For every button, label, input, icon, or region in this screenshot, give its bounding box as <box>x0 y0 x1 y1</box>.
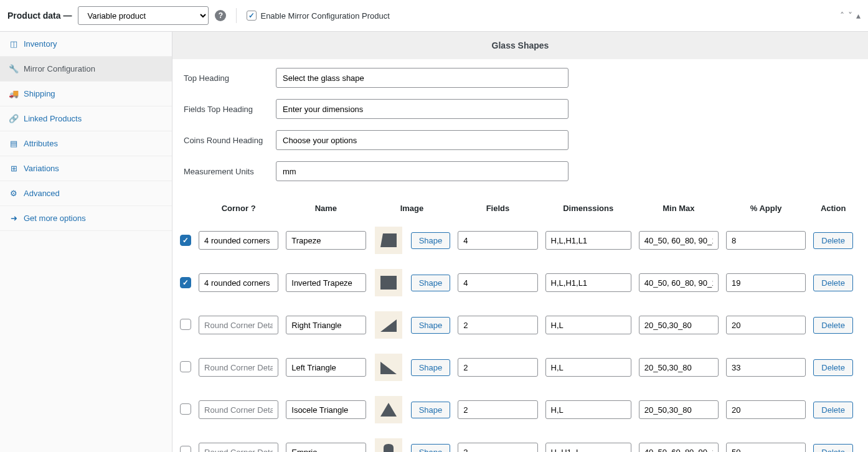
apply-input[interactable] <box>726 316 806 334</box>
apply-input[interactable] <box>726 400 806 419</box>
corner-input[interactable] <box>199 443 278 452</box>
minmax-input[interactable] <box>639 316 719 334</box>
corner-input[interactable] <box>199 273 278 292</box>
dimensions-input[interactable] <box>545 316 631 334</box>
sidebar-item-get-more-options[interactable]: ➜Get more options <box>0 206 172 231</box>
minmax-input[interactable] <box>639 358 719 377</box>
sidebar-item-attributes[interactable]: ▤Attributes <box>0 131 172 156</box>
shape-button[interactable]: Shape <box>411 232 451 249</box>
dimensions-input[interactable] <box>545 443 631 452</box>
sidebar-item-label: Get more options <box>24 214 86 223</box>
product-data-title: Product data — <box>7 11 72 21</box>
enable-mirror-config-checkbox[interactable]: Enable Mirror Configuration Product <box>247 11 389 21</box>
row-checkbox[interactable] <box>180 446 191 453</box>
sidebar-item-label: Linked Products <box>24 114 82 123</box>
row-checkbox[interactable] <box>180 319 191 330</box>
headings-form: Top Heading Fields Top Heading Coins Rou… <box>172 59 868 197</box>
th-apply: % Apply <box>722 197 809 219</box>
fields-input[interactable] <box>458 358 537 377</box>
product-type-select[interactable]: Variable product <box>78 6 209 25</box>
coins-round-heading-label: Coins Round Heading <box>184 136 276 145</box>
shape-thumbnail <box>375 396 402 423</box>
shapes-table: Cornor ? Name Image Fields Dimenssions M… <box>176 197 857 452</box>
minmax-input[interactable] <box>639 231 719 250</box>
delete-button[interactable]: Delete <box>813 444 853 453</box>
dimensions-input[interactable] <box>545 400 631 419</box>
sidebar-item-linked-products[interactable]: 🔗Linked Products <box>0 106 172 131</box>
sidebar-item-label: Shipping <box>24 89 55 98</box>
move-down-icon[interactable]: ˅ <box>848 11 852 21</box>
panel-title: Glass Shapes <box>172 32 868 59</box>
row-checkbox[interactable] <box>180 277 191 288</box>
top-heading-label: Top Heading <box>184 73 276 83</box>
apply-input[interactable] <box>726 443 806 452</box>
corner-input[interactable] <box>199 358 278 377</box>
shape-button[interactable]: Shape <box>411 402 451 418</box>
corner-input[interactable] <box>199 400 278 419</box>
svg-marker-0 <box>380 233 397 247</box>
row-checkbox[interactable] <box>180 403 191 415</box>
help-icon[interactable]: ? <box>215 10 226 21</box>
move-up-icon[interactable]: ˄ <box>840 11 844 21</box>
th-dimensions: Dimenssions <box>542 197 635 219</box>
delete-button[interactable]: Delete <box>813 232 853 249</box>
dimensions-input[interactable] <box>545 231 631 250</box>
row-checkbox[interactable] <box>180 361 191 372</box>
fields-input[interactable] <box>458 316 537 334</box>
delete-button[interactable]: Delete <box>813 359 853 376</box>
enable-mirror-label: Enable Mirror Configuration Product <box>260 11 389 21</box>
apply-input[interactable] <box>726 231 806 250</box>
fields-input[interactable] <box>458 400 537 419</box>
name-input[interactable] <box>286 273 366 292</box>
divider <box>236 8 237 23</box>
collapse-icon[interactable]: ▴ <box>856 11 861 21</box>
sidebar-item-advanced[interactable]: ⚙Advanced <box>0 181 172 206</box>
th-corner: Cornor ? <box>195 197 282 219</box>
th-image: Image <box>370 197 455 219</box>
minmax-input[interactable] <box>639 273 719 292</box>
shape-thumbnail <box>375 269 402 296</box>
sidebar-item-shipping[interactable]: 🚚Shipping <box>0 82 172 106</box>
sidebar-icon: ➜ <box>9 214 19 223</box>
shape-button[interactable]: Shape <box>411 275 451 291</box>
delete-button[interactable]: Delete <box>813 402 853 418</box>
fields-input[interactable] <box>458 231 537 250</box>
measurement-units-input[interactable] <box>276 161 568 181</box>
fields-top-heading-input[interactable] <box>276 99 568 119</box>
name-input[interactable] <box>286 443 366 452</box>
shape-button[interactable]: Shape <box>411 359 451 376</box>
th-name: Name <box>282 197 369 219</box>
top-heading-input[interactable] <box>276 68 568 88</box>
name-input[interactable] <box>286 231 366 250</box>
minmax-input[interactable] <box>639 443 719 452</box>
shape-button[interactable]: Shape <box>411 317 451 334</box>
sidebar-item-label: Inventory <box>24 39 57 49</box>
sidebar-item-variations[interactable]: ⊞Variations <box>0 156 172 181</box>
sidebar-icon: 🚚 <box>9 89 19 98</box>
name-input[interactable] <box>286 316 366 334</box>
shape-button[interactable]: Shape <box>411 444 451 453</box>
delete-button[interactable]: Delete <box>813 275 853 291</box>
apply-input[interactable] <box>726 358 806 377</box>
corner-input[interactable] <box>199 231 278 250</box>
apply-input[interactable] <box>726 273 806 292</box>
name-input[interactable] <box>286 358 366 377</box>
svg-marker-2 <box>380 276 397 290</box>
corner-input[interactable] <box>199 316 278 334</box>
row-checkbox[interactable] <box>180 235 191 246</box>
table-row: ShapeDelete <box>176 219 857 261</box>
minmax-input[interactable] <box>639 400 719 419</box>
sidebar-item-inventory[interactable]: ◫Inventory <box>0 32 172 57</box>
delete-button[interactable]: Delete <box>813 317 853 334</box>
svg-marker-4 <box>380 362 397 374</box>
sidebar-icon: ▤ <box>9 139 19 148</box>
name-input[interactable] <box>286 400 366 419</box>
fields-input[interactable] <box>458 443 537 452</box>
sidebar-item-mirror-configuration[interactable]: 🔧Mirror Configuration <box>0 57 172 82</box>
shape-thumbnail <box>375 438 402 452</box>
coins-round-heading-input[interactable] <box>276 130 568 150</box>
dimensions-input[interactable] <box>545 273 631 292</box>
fields-input[interactable] <box>458 273 537 292</box>
svg-marker-3 <box>380 319 397 332</box>
dimensions-input[interactable] <box>545 358 631 377</box>
